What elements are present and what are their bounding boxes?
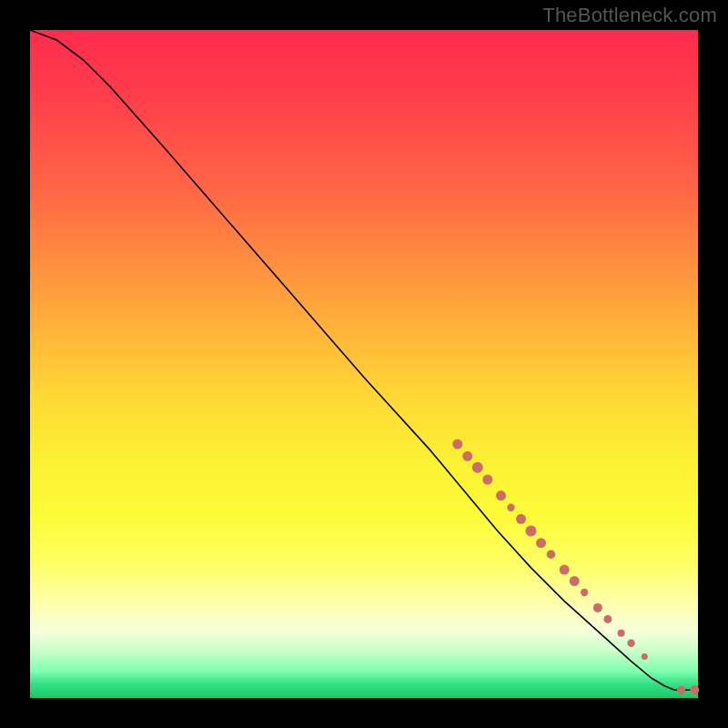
plot-area: [30, 30, 698, 698]
data-point: [516, 514, 526, 524]
data-point: [677, 686, 685, 694]
data-point: [547, 550, 556, 559]
data-point: [603, 615, 612, 623]
data-point: [507, 504, 514, 511]
data-point: [570, 576, 580, 586]
data-point: [496, 490, 506, 500]
data-point: [526, 526, 537, 537]
chart-svg: [30, 30, 698, 698]
data-point: [482, 475, 492, 485]
chart-stage: TheBottleneck.com: [0, 0, 728, 728]
data-point: [536, 538, 546, 548]
watermark-text: TheBottleneck.com: [542, 4, 717, 27]
data-point: [618, 630, 625, 637]
data-point: [452, 440, 462, 450]
data-point: [581, 589, 588, 596]
data-point: [560, 565, 570, 575]
data-point: [627, 640, 634, 647]
chart-dots: [452, 440, 699, 695]
data-point: [642, 653, 648, 660]
data-point: [593, 603, 602, 612]
data-point: [690, 685, 699, 694]
chart-line: [30, 30, 698, 690]
data-point: [462, 451, 472, 461]
data-point: [472, 462, 483, 473]
